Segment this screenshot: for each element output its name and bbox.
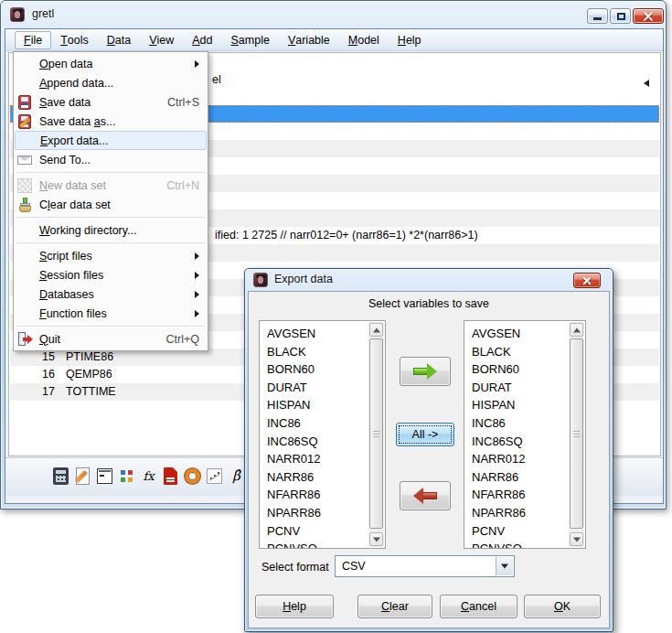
accelerator-text: Ctrl+N (166, 179, 199, 192)
close-button[interactable] (633, 8, 664, 24)
variable-option[interactable]: NARR86 (464, 468, 569, 487)
variable-option[interactable]: NPARR86 (464, 504, 569, 522)
menu-item-label: Send To... (39, 154, 91, 166)
help-button[interactable]: Help (255, 595, 334, 618)
variable-option[interactable]: INC86SQ (260, 433, 368, 451)
variable-option[interactable]: PCNV (464, 522, 569, 541)
menu-item-label: New data set (39, 179, 106, 192)
variable-option[interactable]: INC86 (464, 414, 569, 433)
variable-option[interactable]: DURAT (260, 379, 368, 397)
dialog-close-button[interactable] (573, 273, 601, 288)
combo-dropdown-button[interactable] (496, 557, 513, 575)
menu-item-databases[interactable]: Databases (15, 284, 207, 304)
function-packages-icon[interactable]: fx (139, 467, 158, 486)
variable-option[interactable]: DURAT (464, 379, 569, 397)
menu-item-save-data-as[interactable]: Save data as... (15, 112, 207, 131)
variable-name: QEMP86 (66, 366, 112, 383)
clear-button[interactable]: Clear (357, 595, 432, 618)
menu-item-new-data-set[interactable]: New data setCtrl+N (15, 176, 207, 195)
menu-help[interactable]: Help (389, 31, 431, 49)
remove-selected-button[interactable] (400, 481, 451, 510)
menu-sample[interactable]: Sample (222, 31, 279, 49)
selected-variables-list[interactable]: AVGSENBLACKBORN60DURATHISPANINC86INC86SQ… (464, 320, 586, 549)
available-variables-list[interactable]: AVGSENBLACKBORN60DURATHISPANINC86INC86SQ… (259, 320, 386, 549)
menu-item-open-data[interactable]: Open data (15, 54, 207, 73)
dialog-buttons: HelpClearCancelOK (249, 595, 609, 618)
variable-option[interactable]: HISPAN (260, 396, 368, 414)
add-selected-button[interactable] (400, 357, 451, 386)
menu-model[interactable]: Model (339, 31, 389, 49)
variable-option[interactable]: PCNVSQ (260, 540, 368, 548)
variable-option[interactable]: PCNVSQ (464, 540, 569, 548)
pdf-icon[interactable] (161, 467, 180, 486)
vertical-scrollbar[interactable] (368, 322, 384, 547)
vertical-scrollbar[interactable] (569, 322, 584, 547)
minimize-button[interactable] (587, 8, 608, 24)
variable-option[interactable]: NFARR86 (464, 486, 569, 504)
session-icon[interactable] (117, 467, 136, 486)
scrollbar-up-button[interactable] (570, 323, 583, 337)
variable-option[interactable]: NPARR86 (260, 504, 368, 522)
scrollbar-down-button[interactable] (570, 532, 583, 546)
format-select[interactable]: CSV (335, 555, 515, 577)
menu-item-label: Export data... (40, 134, 108, 147)
dialog-heading: Select variables to save (249, 297, 609, 310)
red-left-arrow-icon (412, 488, 438, 504)
variable-option[interactable]: INC86SQ (464, 433, 569, 451)
menu-add[interactable]: Add (183, 31, 221, 49)
variable-option[interactable]: AVGSEN (464, 325, 569, 343)
menu-file[interactable]: File (15, 31, 51, 49)
menu-item-label: Clear data set (39, 198, 111, 211)
menu-item-quit[interactable]: QuitCtrl+Q (15, 329, 207, 349)
menu-item-label: Quit (39, 333, 60, 346)
cancel-button[interactable]: Cancel (440, 595, 517, 618)
graph-icon[interactable] (205, 467, 224, 486)
add-all-button[interactable]: All -> (396, 423, 454, 446)
menu-item-clear-data-set[interactable]: Clear data set (15, 195, 207, 214)
menu-item-function-files[interactable]: Function files (15, 304, 207, 323)
menu-item-append-data[interactable]: Append data... (15, 73, 207, 92)
accelerator-text: Ctrl+Q (166, 333, 199, 346)
down-arrow-icon (573, 537, 581, 542)
variable-option[interactable]: PCNV (260, 522, 368, 541)
scrollbar-thumb[interactable] (570, 338, 583, 529)
console-icon[interactable] (95, 467, 114, 486)
model-icon[interactable]: β̂ (227, 467, 246, 486)
variable-option[interactable]: NARR86 (260, 468, 368, 487)
variable-option[interactable]: BORN60 (260, 360, 368, 379)
menu-view[interactable]: View (140, 31, 183, 49)
variable-option[interactable]: BLACK (464, 343, 569, 361)
maximize-button[interactable] (610, 8, 631, 24)
menu-item-export-data[interactable]: Export data... (15, 131, 207, 150)
ok-button[interactable]: OK (524, 595, 601, 618)
variable-option[interactable]: BLACK (260, 343, 368, 361)
format-value: CSV (342, 556, 366, 576)
menu-data[interactable]: Data (98, 31, 140, 49)
variable-option[interactable]: NFARR86 (260, 486, 368, 504)
variable-option[interactable]: AVGSEN (260, 325, 368, 343)
format-label: Select format (261, 561, 329, 574)
menu-item-script-files[interactable]: Script files (15, 246, 207, 265)
variable-option[interactable]: INC86 (260, 414, 368, 433)
maximize-icon (617, 13, 625, 20)
menu-item-session-files[interactable]: Session files (15, 265, 207, 284)
variable-option[interactable]: NARR012 (464, 450, 569, 468)
variable-option[interactable]: NARR012 (260, 450, 368, 468)
variable-option[interactable]: BORN60 (464, 360, 569, 379)
sort-indicator-icon (644, 80, 649, 87)
calculator-icon[interactable] (51, 467, 70, 486)
new-script-icon[interactable] (73, 467, 92, 486)
scrollbar-thumb[interactable] (369, 338, 383, 529)
scrollbar-down-button[interactable] (369, 532, 383, 546)
scrollbar-up-button[interactable] (369, 323, 383, 337)
menu-item-send-to[interactable]: Send To... (15, 150, 207, 169)
variable-option[interactable]: HISPAN (464, 396, 569, 414)
menu-item-working-directory[interactable]: Working directory... (15, 220, 207, 240)
submenu-arrow-icon (195, 272, 199, 279)
menu-tools[interactable]: Tools (51, 31, 98, 49)
menu-item-save-data[interactable]: Save dataCtrl+S (15, 92, 207, 112)
help-icon[interactable] (183, 467, 202, 486)
menu-variable[interactable]: Variable (279, 31, 339, 49)
scrollbar-grip-icon (573, 429, 580, 437)
menu-icon-slot (16, 286, 33, 303)
